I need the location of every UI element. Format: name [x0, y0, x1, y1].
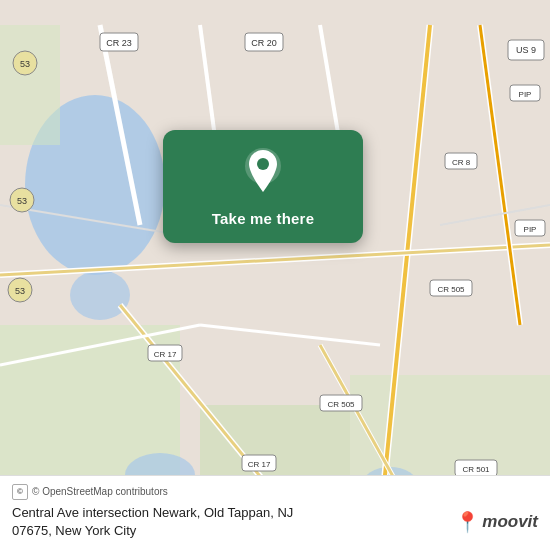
svg-text:53: 53 — [17, 196, 27, 206]
moovit-logo: 📍 moovit — [455, 510, 538, 534]
svg-text:CR 17: CR 17 — [154, 350, 177, 359]
take-me-there-button[interactable]: Take me there — [212, 210, 314, 227]
svg-text:CR 505: CR 505 — [327, 400, 355, 409]
svg-text:CR 20: CR 20 — [251, 38, 277, 48]
location-pin-icon — [243, 148, 283, 196]
svg-text:CR 23: CR 23 — [106, 38, 132, 48]
attribution-text: © OpenStreetMap contributors — [32, 486, 168, 497]
svg-text:CR 501: CR 501 — [462, 465, 490, 474]
map-background: CR 23 CR 20 US 9 53 53 53 CR 8 CR 505 CR… — [0, 0, 550, 550]
address-row: Central Ave intersection Newark, Old Tap… — [12, 504, 538, 540]
map-container: CR 23 CR 20 US 9 53 53 53 CR 8 CR 505 CR… — [0, 0, 550, 550]
svg-text:53: 53 — [15, 286, 25, 296]
svg-point-2 — [70, 270, 130, 320]
svg-point-55 — [257, 158, 269, 170]
take-me-there-card: Take me there — [163, 130, 363, 243]
svg-text:US 9: US 9 — [516, 45, 536, 55]
svg-text:CR 8: CR 8 — [452, 158, 471, 167]
address-text: Central Ave intersection Newark, Old Tap… — [12, 504, 447, 540]
svg-rect-6 — [0, 25, 60, 145]
osm-logo: © — [12, 484, 28, 500]
svg-text:CR 505: CR 505 — [437, 285, 465, 294]
svg-text:CR 17: CR 17 — [248, 460, 271, 469]
svg-text:PIP: PIP — [519, 90, 532, 99]
svg-text:PIP: PIP — [524, 225, 537, 234]
address-line2: 07675, New York City — [12, 523, 136, 538]
attribution-row: © © OpenStreetMap contributors — [12, 484, 538, 500]
address-line1: Central Ave intersection Newark, Old Tap… — [12, 505, 293, 520]
bottom-bar: © © OpenStreetMap contributors Central A… — [0, 475, 550, 550]
pin-icon-wrapper — [243, 148, 283, 200]
moovit-pin-icon: 📍 — [455, 510, 480, 534]
svg-text:53: 53 — [20, 59, 30, 69]
moovit-brand-text: moovit — [482, 512, 538, 532]
